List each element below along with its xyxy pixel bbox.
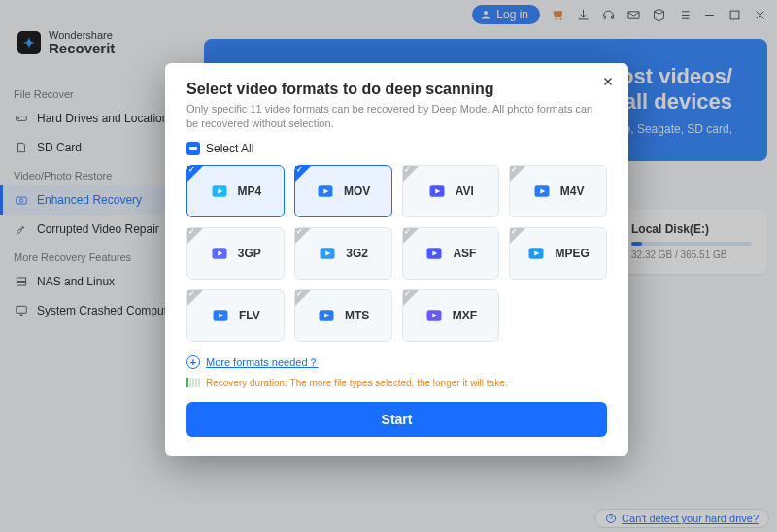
video-format-icon xyxy=(211,306,230,325)
close-icon[interactable] xyxy=(599,73,617,90)
format-option-m4v[interactable]: M4V xyxy=(509,165,607,217)
more-formats-row[interactable]: + More formats needed？ xyxy=(186,355,607,370)
video-format-icon xyxy=(316,182,335,201)
format-option-mov[interactable]: MOV xyxy=(294,165,392,217)
format-option-3gp[interactable]: 3GP xyxy=(186,227,285,280)
format-option-mpeg[interactable]: MPEG xyxy=(509,227,607,280)
checkbox-partial-icon[interactable] xyxy=(186,142,200,155)
modal-title: Select video formats to do deep scanning xyxy=(186,81,607,98)
format-option-flv[interactable]: FLV xyxy=(186,289,285,342)
format-label: AVI xyxy=(456,184,474,198)
format-option-mts[interactable]: MTS xyxy=(294,289,392,342)
video-format-icon xyxy=(210,182,229,201)
format-label: MTS xyxy=(345,309,369,322)
video-format-icon xyxy=(532,182,552,201)
duration-note: Recovery duration: The more file types s… xyxy=(186,378,607,388)
more-formats-link[interactable]: More formats needed？ xyxy=(206,355,319,370)
format-label: FLV xyxy=(239,309,260,322)
duration-bars-icon xyxy=(186,378,200,387)
format-modal: Select video formats to do deep scanning… xyxy=(165,63,628,456)
format-label: MXF xyxy=(453,309,477,322)
format-option-mxf[interactable]: MXF xyxy=(402,289,500,342)
video-format-icon xyxy=(210,244,229,263)
start-button[interactable]: Start xyxy=(186,402,607,437)
format-label: 3GP xyxy=(238,247,261,260)
format-option-asf[interactable]: ASF xyxy=(402,227,500,280)
format-label: M4V xyxy=(560,184,585,198)
video-format-icon xyxy=(424,244,444,263)
format-option-3g2[interactable]: 3G2 xyxy=(294,227,392,280)
video-format-icon xyxy=(318,244,337,263)
format-label: 3G2 xyxy=(346,247,368,260)
video-format-icon xyxy=(526,244,546,263)
duration-text: Recovery duration: The more file types s… xyxy=(206,378,508,388)
video-format-icon xyxy=(317,306,336,325)
select-all-label: Select All xyxy=(206,142,253,155)
format-label: MP4 xyxy=(238,184,262,198)
video-format-icon xyxy=(424,306,444,325)
format-option-avi[interactable]: AVI xyxy=(402,165,500,217)
video-format-icon xyxy=(427,182,447,201)
select-all-row[interactable]: Select All xyxy=(186,142,607,155)
format-label: MPEG xyxy=(555,247,589,260)
app-window: Log in ✦ Wondershare Recoverit File Reco… xyxy=(0,0,777,532)
modal-description: Only specific 11 video formats can be re… xyxy=(186,102,607,132)
format-option-mp4[interactable]: MP4 xyxy=(186,165,285,217)
format-label: ASF xyxy=(453,247,476,260)
format-grid: MP4 MOV AVI M4V 3GP 3G2 ASF MPEG xyxy=(186,165,607,342)
plus-icon: + xyxy=(186,355,200,369)
format-label: MOV xyxy=(344,184,370,198)
